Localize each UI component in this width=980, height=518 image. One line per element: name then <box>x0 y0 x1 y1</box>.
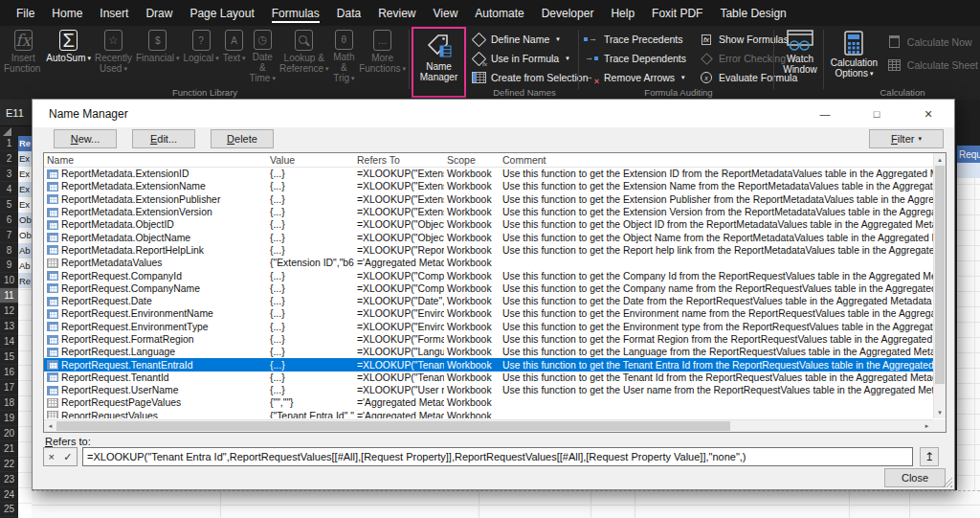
table-row[interactable]: ReportMetadataValues {"Extension ID","b6… <box>44 257 933 269</box>
ribbon-button[interactable]: Calculate Sheet <box>887 56 978 75</box>
scrollbar-thumb[interactable] <box>56 421 730 431</box>
ribbon-button[interactable]: Lookup & Reference▾ <box>278 26 331 83</box>
table-row[interactable]: ReportMetadata.ObjectName {...} =XLOOKUP… <box>44 231 933 243</box>
ribbon-button[interactable]: Text▾ <box>221 26 248 83</box>
ribbon-button[interactable]: AutoSum▾ <box>44 26 93 83</box>
ribbon-tab[interactable]: Home <box>43 0 91 26</box>
row-header[interactable]: 19 <box>0 411 18 426</box>
column-header[interactable]: Refers To <box>354 154 444 166</box>
table-row[interactable]: ReportRequestPageValues {"",""} ='Aggreg… <box>44 396 933 409</box>
refers-to-input[interactable]: =XLOOKUP("Tenant Entra Id",ReportRequest… <box>82 447 913 466</box>
table-row[interactable]: ReportRequest.FormatRegion {...} =XLOOKU… <box>44 333 933 346</box>
row-header[interactable]: 23 <box>0 472 18 487</box>
row-header[interactable]: 7 <box>0 228 18 243</box>
range-picker-button[interactable]: ↥ <box>920 447 939 466</box>
scroll-right-icon[interactable]: ▸ <box>921 420 933 432</box>
row-header[interactable]: 6 <box>0 213 18 228</box>
row-header[interactable]: 15 <box>0 349 18 365</box>
table-row[interactable]: ReportMetadata.ReportHelpLink {...} =XLO… <box>44 244 933 257</box>
ribbon-button[interactable]: More Functions▾ <box>357 26 408 83</box>
ribbon-tab[interactable]: Draw <box>137 0 181 26</box>
close-icon[interactable]: × <box>902 100 954 127</box>
row-header[interactable]: 11 <box>0 288 18 304</box>
ribbon-button[interactable]: Recently Used▾ <box>93 26 134 83</box>
ribbon-tab[interactable]: Data <box>328 0 369 26</box>
ribbon-tab[interactable]: Insert <box>91 0 137 26</box>
table-row[interactable]: ReportRequest.TenantId {...} =XLOOKUP("T… <box>44 372 933 384</box>
column-header[interactable]: Value <box>267 154 354 166</box>
ribbon-tab[interactable]: Formulas <box>263 0 328 26</box>
row-header[interactable]: 14 <box>0 334 18 349</box>
row-header[interactable]: 10 <box>0 273 18 288</box>
row-header[interactable]: 18 <box>0 395 18 411</box>
row-header[interactable]: 20 <box>0 426 18 441</box>
scroll-up-icon[interactable]: ▴ <box>934 153 946 166</box>
column-header[interactable]: Scope <box>444 154 500 166</box>
table-row[interactable]: ReportMetadata.ExtensionName {...} =XLOO… <box>44 180 933 192</box>
accept-icon[interactable]: ✓ <box>63 451 72 463</box>
ribbon-tab[interactable]: View <box>425 0 467 26</box>
delete-button[interactable]: Delete <box>211 129 274 148</box>
ribbon-button[interactable]: Trace Precedents <box>584 30 693 49</box>
table-row[interactable]: ReportRequestValues {"Tenant Entra Id","… <box>44 410 933 418</box>
table-row[interactable]: ReportMetadata.ExtensionID {...} =XLOOKU… <box>44 168 933 180</box>
ribbon-button[interactable]: Remove Arrows▾ <box>584 68 693 87</box>
table-row[interactable]: ReportRequest.CompanyName {...} =XLOOKUP… <box>44 282 933 295</box>
close-button[interactable]: Close <box>884 468 946 487</box>
ribbon-tab[interactable]: Table Design <box>711 0 794 26</box>
row-header[interactable]: 17 <box>0 380 18 395</box>
row-header[interactable]: 12 <box>0 304 18 319</box>
ribbon-button[interactable]: Logical▾ <box>181 26 220 83</box>
row-header[interactable]: 1 <box>0 136 18 151</box>
scroll-left-icon[interactable]: ◂ <box>44 420 56 432</box>
ribbon-button[interactable]: Math & Trig▾ <box>331 26 358 83</box>
name-box[interactable]: E11 <box>0 100 32 126</box>
watch-window-button[interactable]: Watch Window <box>777 26 823 75</box>
table-row[interactable]: ReportRequest.EnvironmentName {...} =XLO… <box>44 307 933 320</box>
row-header[interactable]: 22 <box>0 457 18 472</box>
horizontal-scrollbar[interactable]: ◂ ▸ <box>44 419 933 432</box>
ribbon-tab[interactable]: Foxit PDF <box>643 0 711 26</box>
filter-button[interactable]: Filter▾ <box>869 129 944 148</box>
ribbon-button[interactable]: Financial▾ <box>134 26 182 83</box>
row-header[interactable]: 8 <box>0 243 18 259</box>
cancel-icon[interactable]: × <box>49 451 55 462</box>
ribbon-button[interactable]: Trace Dependents <box>584 49 693 68</box>
table-row[interactable]: ReportRequest.Date {...} =XLOOKUP("Date"… <box>44 295 933 307</box>
row-header[interactable]: 3 <box>0 167 18 182</box>
select-all-corner[interactable] <box>0 126 32 136</box>
row-header[interactable]: 25 <box>0 503 18 518</box>
table-row[interactable]: ReportRequest.CompanyId {...} =XLOOKUP("… <box>44 269 933 282</box>
table-row[interactable]: ReportRequest.UserName {...} =XLOOKUP("U… <box>44 384 933 396</box>
row-header[interactable]: 5 <box>0 197 18 213</box>
ribbon-button[interactable]: Create from Selection <box>471 68 578 87</box>
name-manager-button[interactable]: Name Manager <box>412 27 466 98</box>
column-header[interactable]: Name <box>44 154 267 166</box>
maximize-icon[interactable]: □ <box>851 100 902 127</box>
ribbon-button[interactable]: Insert Function <box>2 26 44 83</box>
scroll-down-icon[interactable]: ▾ <box>934 406 946 418</box>
column-header[interactable]: Comment <box>500 154 933 166</box>
vertical-scrollbar[interactable]: ▴ ▾ <box>933 153 946 418</box>
ribbon-tab[interactable]: Automate <box>466 0 532 26</box>
edit-button[interactable]: Edit... <box>132 129 195 148</box>
ribbon-button[interactable]: Define Name▾ <box>471 30 578 49</box>
table-row[interactable]: ReportMetadata.ExtensionVersion {...} =X… <box>44 206 933 218</box>
dialog-title-bar[interactable]: Name Manager — □ × <box>33 100 954 127</box>
table-row[interactable]: ReportRequest.TenantEntraId {...} =XLOOK… <box>44 358 933 371</box>
table-row[interactable]: ReportRequest.EnvironmentType {...} =XLO… <box>44 321 933 333</box>
scrollbar-thumb[interactable] <box>935 166 945 384</box>
scrollbar-track[interactable] <box>56 420 921 432</box>
row-header[interactable]: 24 <box>0 487 18 503</box>
table-row[interactable]: ReportMetadata.ExtensionPublisher {...} … <box>44 193 933 206</box>
ribbon-tab[interactable]: Review <box>369 0 424 26</box>
row-header[interactable]: 9 <box>0 259 18 274</box>
row-header[interactable]: 21 <box>0 441 18 457</box>
new-button[interactable]: New... <box>54 129 117 148</box>
ribbon-button[interactable]: Date & Time▾ <box>248 26 278 83</box>
calculation-options-button[interactable]: Calculation Options▾ <box>827 28 881 79</box>
row-header[interactable]: 16 <box>0 365 18 380</box>
minimize-icon[interactable]: — <box>799 100 851 127</box>
table-row[interactable]: ReportMetadata.ObjectID {...} =XLOOKUP("… <box>44 218 933 231</box>
row-header[interactable]: 13 <box>0 319 18 334</box>
